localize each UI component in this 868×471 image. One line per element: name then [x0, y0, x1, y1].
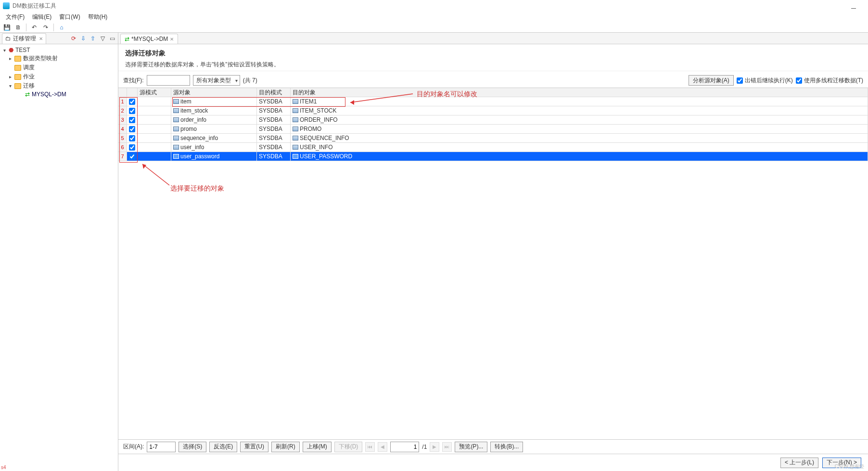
col-dst-object[interactable]: 目的对象 [291, 88, 868, 97]
select-button[interactable]: 选择(S) [179, 442, 206, 452]
col-src-object[interactable]: 源对象 [171, 88, 257, 97]
cell-src-schema[interactable] [138, 97, 171, 106]
cell-dst-schema[interactable]: SYSDBA [257, 125, 291, 134]
cell-dst-schema[interactable]: SYSDBA [257, 152, 291, 161]
window-minimize-button[interactable] [849, 3, 858, 9]
invert-button[interactable]: 反选(E) [209, 442, 237, 452]
cell-src-object[interactable]: user_password [171, 152, 257, 161]
twisty-closed-icon[interactable]: ▸ [8, 56, 13, 61]
cell-dst-object[interactable]: ITEM1 [291, 97, 868, 106]
cell-dst-object[interactable]: PROMO [291, 125, 868, 134]
row-checkbox-cell[interactable] [127, 115, 138, 125]
btn-label: 下移(D) [339, 443, 358, 451]
checkbox-input[interactable] [737, 77, 743, 84]
cell-dst-schema[interactable]: SYSDBA [257, 97, 291, 106]
preview-button[interactable]: 预览(P)... [455, 442, 487, 452]
menu-file[interactable]: 文件(F) [3, 12, 27, 22]
cell-src-object[interactable]: sequence_info [171, 134, 257, 143]
row-checkbox-cell[interactable] [127, 97, 138, 106]
cell-dst-schema[interactable]: SYSDBA [257, 106, 291, 115]
cell-src-schema[interactable] [138, 125, 171, 134]
find-input[interactable] [147, 75, 190, 86]
object-type-combo[interactable]: 所有对象类型 [193, 75, 240, 86]
row-checkbox-cell[interactable] [127, 125, 138, 134]
cell-src-object[interactable]: promo [171, 125, 257, 134]
cell-dst-schema[interactable]: SYSDBA [257, 143, 291, 152]
close-icon[interactable]: ✕ [39, 36, 43, 41]
left-panel: 🗀 迁移管理 ✕ ⟳ ⇩ ⇧ ▽ ▭ ▾ ⬣ TEST ▸ 数据类型映射 [0, 33, 118, 471]
row-checkbox[interactable] [129, 135, 135, 141]
export-icon[interactable]: ⇧ [89, 35, 97, 42]
migration-manager-tab[interactable]: 🗀 迁移管理 ✕ [2, 33, 46, 44]
use-multithread-checkbox[interactable]: 使用多线程迁移数据(T) [796, 76, 863, 85]
toolbar-separator [53, 24, 54, 31]
tree-node-root[interactable]: ▾ ⬣ TEST [0, 46, 118, 54]
cell-src-schema[interactable] [138, 143, 171, 152]
checkbox-header[interactable] [127, 88, 138, 97]
row-checkbox[interactable] [129, 108, 135, 114]
tree-node-datatype-mapping[interactable]: ▸ 数据类型映射 [0, 54, 118, 63]
row-checkbox-cell[interactable] [127, 152, 138, 161]
menu-window[interactable]: 窗口(W) [56, 12, 83, 22]
cell-src-schema[interactable] [138, 134, 171, 143]
row-checkbox-cell[interactable] [127, 143, 138, 152]
menu-help[interactable]: 帮助(H) [85, 12, 111, 22]
col-dst-schema[interactable]: 目的模式 [257, 88, 291, 97]
col-src-schema[interactable]: 源模式 [138, 88, 171, 97]
refresh-tree-icon[interactable]: ⟳ [70, 35, 77, 42]
undo-icon[interactable]: ↶ [30, 24, 38, 31]
cell-dst-object[interactable]: USER_PASSWORD [291, 152, 868, 161]
row-checkbox[interactable] [129, 126, 135, 132]
twisty-closed-icon[interactable]: ▸ [8, 75, 13, 79]
collapse-icon[interactable]: ▽ [99, 35, 106, 42]
move-up-button[interactable]: 上移(M) [303, 442, 332, 452]
cell-src-schema[interactable] [138, 152, 171, 161]
cell-src-object[interactable]: item [171, 97, 257, 106]
editor-tab-mysql-dm[interactable]: ⇄ *MYSQL->DM ✕ [120, 34, 178, 44]
tree-node-schedule[interactable]: ▸ 调度 [0, 63, 118, 72]
refresh-button[interactable]: 刷新(R) [271, 442, 300, 452]
row-checkbox-cell[interactable] [127, 134, 138, 143]
close-icon[interactable]: ✕ [170, 37, 174, 42]
cell-src-schema[interactable] [138, 115, 171, 125]
cell-dst-object[interactable]: ORDER_INFO [291, 115, 868, 125]
twisty-open-icon[interactable]: ▾ [2, 48, 7, 52]
last-page-button: ⏭ [442, 442, 452, 452]
range-input[interactable] [147, 442, 176, 452]
row-checkbox[interactable] [129, 99, 135, 105]
editor-tabbar: ⇄ *MYSQL->DM ✕ [118, 33, 868, 44]
home-icon[interactable]: ⌂ [58, 24, 65, 31]
cell-src-object[interactable]: order_info [171, 115, 257, 125]
transform-button[interactable]: 转换(B)... [490, 442, 523, 452]
minimize-view-icon[interactable]: ▭ [108, 35, 116, 42]
row-checkbox[interactable] [129, 144, 135, 151]
save-all-icon[interactable]: 🗎 [14, 24, 22, 31]
twisty-open-icon[interactable]: ▾ [8, 84, 13, 89]
btn-label: 分析源对象(A) [693, 76, 729, 85]
tree-node-migration[interactable]: ▾ 迁移 [0, 81, 118, 90]
prev-step-button[interactable]: < 上一步(L) [780, 458, 818, 468]
menu-edit[interactable]: 编辑(E) [29, 12, 54, 22]
tree-node-job[interactable]: ▸ 作业 [0, 72, 118, 81]
cell-dst-object[interactable]: SEQUENCE_INFO [291, 134, 868, 143]
reset-button[interactable]: 重置(U) [240, 442, 268, 452]
cell-dst-object[interactable]: ITEM_STOCK [291, 106, 868, 115]
cell-dst-schema[interactable]: SYSDBA [257, 134, 291, 143]
cell-dst-schema[interactable]: SYSDBA [257, 115, 291, 125]
row-checkbox[interactable] [129, 117, 135, 123]
redo-icon[interactable]: ↷ [42, 24, 50, 31]
continue-on-error-checkbox[interactable]: 出错后继续执行(K) [737, 76, 793, 85]
cell-src-object[interactable]: user_info [171, 143, 257, 152]
tree-node-mysql-to-dm[interactable]: ⇄ MYSQL->DM [0, 90, 118, 98]
cell-src-schema[interactable] [138, 106, 171, 115]
cell-src-object[interactable]: item_stock [171, 106, 257, 115]
analyze-source-button[interactable]: 分析源对象(A) [689, 75, 734, 86]
row-checkbox-cell[interactable] [127, 106, 138, 115]
cell-dst-object[interactable]: USER_INFO [291, 143, 868, 152]
page-input[interactable] [390, 442, 419, 452]
checkbox-input[interactable] [796, 77, 802, 84]
save-icon[interactable]: 💾 [3, 24, 11, 31]
row-checkbox[interactable] [129, 153, 135, 160]
folder-icon [14, 56, 21, 62]
import-icon[interactable]: ⇩ [79, 35, 87, 42]
